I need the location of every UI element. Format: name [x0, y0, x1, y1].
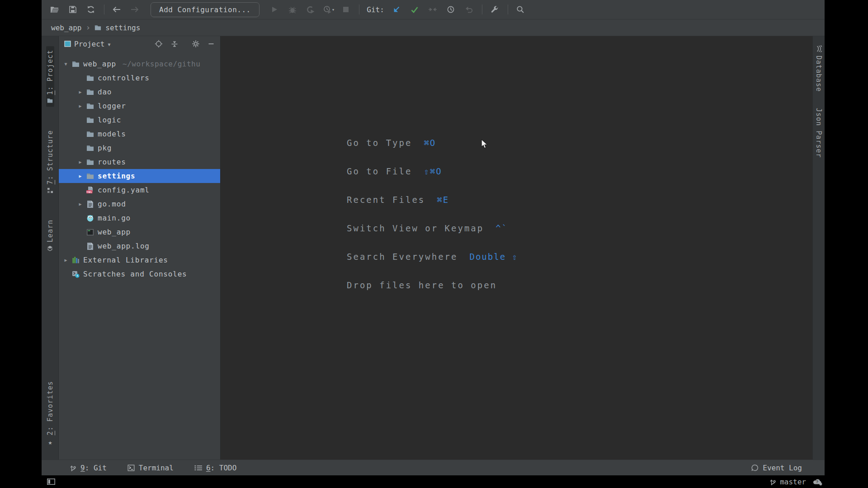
breadcrumb-current[interactable]: settings — [105, 23, 140, 32]
file-icon — [86, 200, 94, 208]
tree-item-main-go[interactable]: main.go — [59, 211, 220, 225]
git-commit-button[interactable] — [408, 3, 421, 16]
tree-item-pkg[interactable]: pkg — [59, 141, 220, 155]
shortcut-row: Switch View or Keymap ^` — [347, 214, 518, 242]
folder-icon — [86, 116, 94, 124]
tree-item-web-app-executable[interactable]: web_app — [59, 225, 220, 239]
stripe-tab-json-parser[interactable]: Json Parser — [815, 108, 823, 158]
hide-panel-button[interactable] — [208, 40, 215, 47]
toolbar-tab-terminal[interactable]: Terminal — [127, 464, 174, 472]
project-panel-header: Project ▼ — [59, 36, 220, 52]
expand-arrow-icon[interactable] — [76, 90, 85, 94]
editor-area[interactable]: Go to Type ⌘O Go to File ⇧⌘O Recent File… — [221, 36, 812, 460]
shortcut-row: Recent Files ⌘E — [347, 185, 518, 214]
breadcrumb-root[interactable]: web_app — [51, 23, 81, 32]
tree-item-models[interactable]: models — [59, 127, 220, 141]
toolbar-tab-event-log[interactable]: Event Log — [751, 464, 802, 472]
scratches-icon — [71, 270, 80, 278]
git-label: Git: — [367, 5, 384, 14]
structure-icon — [47, 188, 53, 193]
save-all-button[interactable] — [66, 3, 80, 16]
tree-item-scratches-and-consoles[interactable]: Scratches and Consoles — [59, 267, 220, 281]
chevron-down-icon[interactable]: ▼ — [108, 42, 110, 47]
gear-icon[interactable] — [192, 40, 200, 48]
stripe-tab-learn[interactable]: Learn — [46, 216, 54, 255]
expand-arrow-icon[interactable] — [76, 160, 85, 164]
update-project-icon — [392, 5, 401, 14]
main-area: 1: Project 7: Structure Learn ★ 2: Favor… — [42, 36, 825, 460]
expand-arrow-icon[interactable] — [76, 104, 85, 108]
file-icon — [86, 242, 94, 250]
debug-button[interactable] — [286, 3, 299, 16]
project-panel: Project ▼ web_app ~/workspace/githu — [59, 36, 221, 460]
learn-icon — [47, 245, 53, 251]
git-history-button[interactable] — [444, 3, 458, 16]
git-branch-name[interactable]: master — [780, 478, 806, 486]
tree-item-config-yaml[interactable]: config.yaml — [59, 183, 220, 197]
profiler-button[interactable] — [322, 3, 333, 16]
tree-item-settings[interactable]: settings — [59, 169, 220, 183]
folder-icon — [94, 25, 101, 31]
expand-arrow-icon[interactable] — [62, 258, 70, 263]
folder-icon — [71, 60, 80, 68]
ide-updates-cloud-icon[interactable] — [812, 478, 823, 486]
play-icon — [271, 6, 278, 13]
tree-item-dao[interactable]: dao — [59, 85, 220, 99]
tree-item-logger[interactable]: logger — [59, 99, 220, 113]
tree-item-logic[interactable]: logic — [59, 113, 220, 127]
toolbar-tab-todo[interactable]: 6: TODO — [194, 464, 236, 472]
tree-item-go-mod[interactable]: go.mod — [59, 197, 220, 211]
libraries-icon — [71, 256, 80, 264]
sync-button[interactable] — [84, 3, 98, 16]
git-update-button[interactable] — [390, 3, 403, 16]
panel-title[interactable]: Project — [74, 40, 104, 48]
tree-item-external-libraries[interactable]: External Libraries — [59, 253, 220, 267]
stripe-tab-project[interactable]: 1: Project — [46, 46, 54, 107]
toolbar-tab-git[interactable]: 9: Git — [70, 464, 107, 472]
empty-editor-shortcuts: Go to Type ⌘O Go to File ⇧⌘O Recent File… — [347, 128, 518, 299]
stripe-tab-favorites[interactable]: ★ 2: Favorites — [46, 377, 54, 450]
toggle-tool-windows-icon[interactable] — [47, 479, 55, 485]
commit-check-icon — [410, 6, 419, 13]
folder-icon — [86, 88, 94, 96]
todo-list-icon — [194, 465, 202, 471]
coverage-button[interactable] — [304, 3, 317, 16]
back-button[interactable] — [110, 3, 123, 16]
shortcut-row: Go to File ⇧⌘O — [347, 157, 518, 185]
tree-item-routes[interactable]: routes — [59, 155, 220, 169]
undo-icon — [465, 6, 473, 13]
collapse-all-button[interactable] — [170, 40, 179, 48]
add-configuration-button[interactable]: Add Configuration... — [151, 2, 259, 17]
star-icon: ★ — [46, 438, 54, 447]
expand-arrow-icon[interactable] — [76, 174, 85, 178]
toolbar-separator — [482, 5, 482, 14]
expand-arrow-icon[interactable] — [76, 202, 85, 206]
git-branch-icon — [769, 478, 776, 486]
tree-item-controllers[interactable]: controllers — [59, 71, 220, 85]
left-tool-stripe: 1: Project 7: Structure Learn ★ 2: Favor… — [42, 36, 59, 460]
git-rollback-button[interactable] — [462, 3, 476, 16]
settings-button[interactable] — [488, 3, 501, 16]
search-everywhere-button[interactable] — [514, 3, 527, 16]
profiler-dropdown-caret[interactable]: ▾ — [332, 7, 335, 13]
breadcrumb: web_app › settings — [42, 19, 825, 36]
back-arrow-icon — [112, 6, 121, 13]
folder-icon — [86, 158, 94, 166]
forward-button[interactable] — [128, 3, 142, 16]
mouse-cursor — [481, 139, 487, 149]
expand-arrow-icon[interactable] — [62, 62, 70, 66]
locate-file-button[interactable] — [155, 40, 163, 48]
open-file-button[interactable] — [48, 3, 61, 16]
run-button[interactable] — [268, 3, 281, 16]
stripe-tab-structure[interactable]: 7: Structure — [46, 127, 54, 197]
git-merge-button[interactable] — [426, 3, 439, 16]
toolbar-separator — [104, 5, 104, 14]
tree-item-web-app-log[interactable]: web_app.log — [59, 239, 220, 253]
tree-item-web-app-root[interactable]: web_app ~/workspace/githu — [59, 57, 220, 71]
screen: Add Configuration... ▾ Git: web_app › se… — [0, 0, 868, 488]
stop-button[interactable] — [339, 3, 353, 16]
sync-icon — [87, 5, 95, 14]
yaml-file-icon — [86, 186, 94, 194]
stripe-tab-database[interactable]: Database — [815, 45, 823, 92]
console-icon — [86, 228, 94, 236]
